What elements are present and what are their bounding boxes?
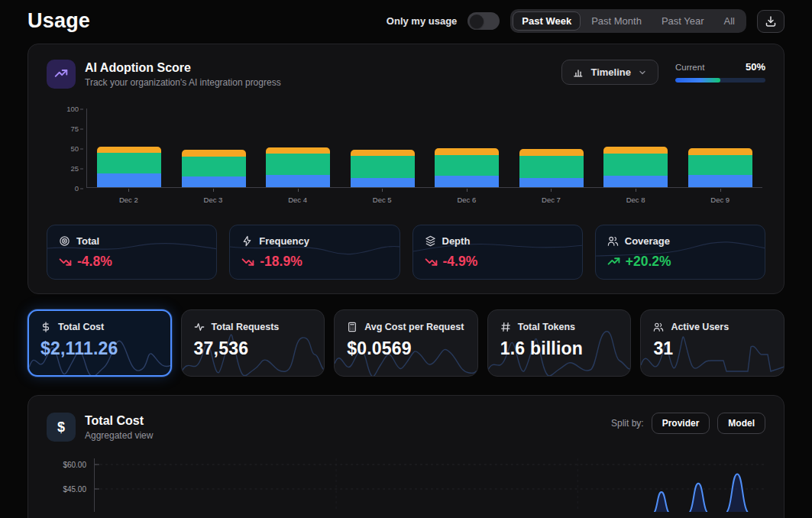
stat-value: 37,536 bbox=[194, 338, 312, 359]
segment-green bbox=[97, 153, 161, 173]
segment-blue bbox=[182, 176, 246, 187]
stat-label: Total Requests bbox=[212, 322, 280, 332]
y-tick: 50 bbox=[70, 144, 86, 153]
trending-down-icon bbox=[59, 255, 72, 268]
ytick-45: $45.00 bbox=[63, 485, 86, 494]
segment-orange bbox=[97, 147, 161, 153]
stat-cards-row: Total Cost $2,111.26 Total Requests 37,5… bbox=[27, 309, 785, 377]
metric-card-coverage[interactable]: Coverage +20.2% bbox=[595, 225, 765, 280]
stat-label: Active Users bbox=[671, 322, 729, 332]
split-provider-button[interactable]: Provider bbox=[652, 413, 710, 434]
metric-card-total[interactable]: Total -4.8% bbox=[47, 225, 217, 280]
stat-label: Avg Cost per Request bbox=[364, 322, 464, 332]
stat-value: $2,111.26 bbox=[40, 338, 159, 359]
stat-card-total-tokens[interactable]: Total Tokens 1.6 billion bbox=[487, 309, 632, 377]
users-icon bbox=[653, 322, 664, 332]
users-icon bbox=[607, 235, 619, 247]
layers-icon bbox=[425, 235, 436, 247]
x-label: Dec 5 bbox=[340, 193, 425, 204]
page-title: Usage bbox=[27, 9, 90, 33]
trending-up-icon bbox=[47, 60, 76, 89]
range-past-month[interactable]: Past Month bbox=[582, 11, 651, 31]
total-cost-line-chart: $60.00 $45.00 bbox=[47, 458, 765, 512]
current-progress: Current 50% bbox=[675, 60, 765, 83]
total-cost-subtitle: Aggregated view bbox=[85, 430, 153, 441]
metric-value: +20.2% bbox=[626, 254, 671, 270]
current-label: Current bbox=[675, 63, 704, 72]
bar-dec-5[interactable] bbox=[341, 108, 425, 187]
segment-blue bbox=[435, 176, 499, 187]
stacked-bar bbox=[266, 147, 330, 187]
bar-dec-4[interactable] bbox=[256, 108, 341, 187]
cost-plot-area bbox=[94, 458, 765, 512]
split-by-label: Split by: bbox=[611, 418, 644, 429]
segment-orange bbox=[435, 148, 499, 155]
segment-orange bbox=[182, 150, 246, 157]
bar-dec-7[interactable] bbox=[510, 108, 594, 187]
segment-green bbox=[435, 155, 499, 176]
chevron-down-icon bbox=[638, 68, 647, 77]
stat-card-total-cost[interactable]: Total Cost $2,111.26 bbox=[27, 309, 172, 377]
metric-label: Coverage bbox=[625, 235, 670, 247]
metric-label: Frequency bbox=[259, 235, 309, 247]
stat-label: Total Cost bbox=[58, 322, 104, 332]
segment-green bbox=[603, 154, 668, 176]
segment-orange bbox=[351, 150, 415, 156]
total-cost-title: Total Cost bbox=[85, 414, 153, 428]
stat-card-avg-cost[interactable]: Avg Cost per Request $0.0569 bbox=[334, 309, 478, 377]
stacked-bar bbox=[97, 147, 161, 187]
timeline-dropdown[interactable]: Timeline bbox=[561, 60, 658, 85]
adoption-stacked-bar-chart: Dec 2Dec 3Dec 4Dec 5Dec 6Dec 7Dec 8Dec 9… bbox=[86, 108, 762, 208]
only-my-usage-toggle[interactable] bbox=[467, 12, 500, 30]
stat-card-active-users[interactable]: Active Users 31 bbox=[640, 309, 785, 377]
segment-orange bbox=[603, 147, 668, 154]
bar-chart-icon bbox=[573, 67, 584, 78]
x-label: Dec 8 bbox=[594, 193, 678, 204]
y-tick: 75 bbox=[70, 125, 86, 133]
x-label: Dec 3 bbox=[171, 193, 256, 204]
segment-green bbox=[351, 156, 415, 177]
trending-down-icon bbox=[425, 255, 438, 268]
range-past-week[interactable]: Past Week bbox=[513, 11, 581, 31]
adoption-title: AI Adoption Score bbox=[85, 61, 281, 75]
stacked-bar bbox=[519, 149, 584, 187]
segment-orange bbox=[688, 148, 752, 155]
segment-blue bbox=[97, 173, 161, 187]
ytick-60: $60.00 bbox=[63, 461, 86, 469]
range-all[interactable]: All bbox=[715, 11, 744, 31]
download-button[interactable] bbox=[757, 10, 785, 33]
metric-card-frequency[interactable]: Frequency -18.9% bbox=[229, 225, 400, 280]
stacked-bar bbox=[603, 147, 668, 187]
metric-value: -4.9% bbox=[443, 254, 478, 270]
segment-orange bbox=[519, 149, 584, 156]
topbar: Usage Only my usage Past Week Past Month… bbox=[0, 0, 812, 39]
total-cost-card: $ Total Cost Aggregated view Split by: P… bbox=[27, 395, 785, 518]
adoption-metric-row: Total -4.8% Frequency -18.9% Depth -4.9%… bbox=[47, 225, 765, 280]
bar-dec-2[interactable] bbox=[87, 108, 172, 187]
time-range-segmented: Past Week Past Month Past Year All bbox=[510, 9, 746, 33]
stat-card-total-requests[interactable]: Total Requests 37,536 bbox=[181, 309, 325, 377]
metric-card-depth[interactable]: Depth -4.9% bbox=[412, 225, 583, 280]
split-model-button[interactable]: Model bbox=[717, 413, 765, 434]
trending-down-icon bbox=[241, 255, 254, 268]
segment-orange bbox=[266, 147, 330, 154]
activity-icon bbox=[194, 322, 205, 332]
bar-dec-9[interactable] bbox=[678, 108, 763, 187]
segment-blue bbox=[266, 175, 330, 187]
bar-dec-6[interactable] bbox=[425, 108, 510, 187]
calculator-icon bbox=[347, 322, 357, 332]
download-icon bbox=[765, 15, 777, 28]
bolt-icon bbox=[241, 235, 253, 247]
current-value: 50% bbox=[746, 61, 765, 73]
x-label: Dec 2 bbox=[86, 193, 171, 204]
stacked-bar bbox=[688, 148, 752, 187]
timeline-label: Timeline bbox=[590, 66, 631, 78]
bar-dec-8[interactable] bbox=[594, 108, 678, 187]
x-label: Dec 4 bbox=[255, 193, 340, 204]
metric-value: -18.9% bbox=[260, 254, 302, 270]
bar-dec-3[interactable] bbox=[172, 108, 257, 187]
range-past-year[interactable]: Past Year bbox=[652, 11, 713, 31]
x-label: Dec 9 bbox=[678, 193, 762, 204]
chart-plot-area bbox=[86, 108, 762, 188]
hash-icon bbox=[500, 322, 511, 332]
